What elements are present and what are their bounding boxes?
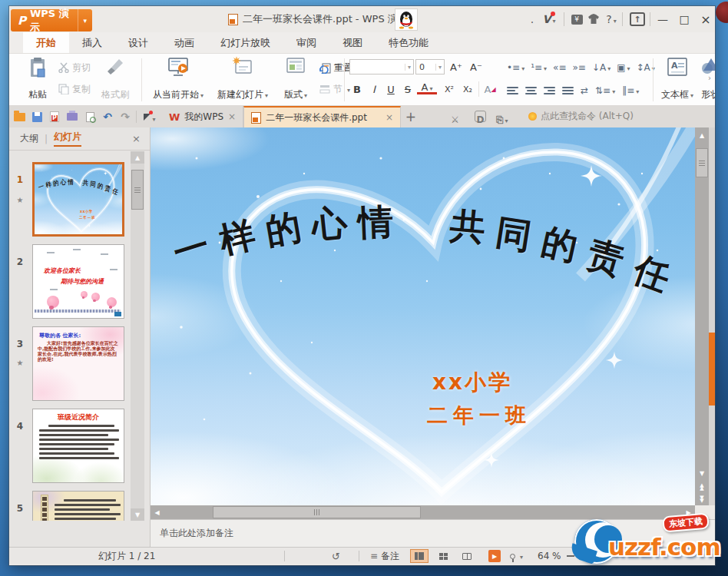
align-left-icon[interactable] [507, 87, 518, 94]
close-tab-icon[interactable] [386, 112, 393, 123]
slide-thumbnail-1[interactable]: 一样的心情共同的责任 xx小学 二年一班 [32, 162, 124, 237]
wps-menu-button[interactable]: P WPS 演示 [11, 9, 92, 31]
minimize-button[interactable]: — [653, 6, 673, 32]
zoom-slider[interactable] [584, 555, 627, 557]
scroll-up-button[interactable] [131, 151, 144, 164]
paste-button[interactable]: 粘贴 [20, 57, 55, 101]
notes-toggle[interactable]: 备注 [370, 548, 399, 564]
superscript-button[interactable]: X² [442, 81, 457, 97]
slide-canvas[interactable]: 一样的心情共同的责任 xx小学 二年一班 [151, 127, 695, 505]
customize-toolbar-button[interactable] [142, 109, 157, 124]
history-icon[interactable] [332, 548, 340, 564]
slide-thumbnail-2[interactable]: 欢迎各位家长 期待与您的沟通 [32, 244, 124, 319]
slide-thumbnail-5[interactable] [32, 491, 124, 521]
layout-button[interactable]: 版式 [276, 57, 315, 101]
pointer-tool-button[interactable] [510, 548, 523, 564]
horizontal-scroll-thumb[interactable] [213, 506, 421, 518]
undo-button[interactable] [100, 109, 115, 124]
wallet-icon[interactable] [568, 6, 585, 32]
copy-button[interactable]: 复制 [58, 81, 91, 97]
justify-icon[interactable] [562, 87, 574, 94]
docer-button[interactable]: D [475, 111, 486, 122]
animation-star-icon[interactable] [11, 357, 29, 368]
open-button[interactable] [12, 109, 27, 124]
normal-view-button[interactable] [410, 549, 429, 563]
shape-button[interactable]: 形状 [699, 57, 715, 101]
find-command-box[interactable]: 点此查找命令 (Alt+Q) [528, 110, 634, 123]
notes-area[interactable]: 单击此处添加备注 [151, 519, 715, 547]
redo-button[interactable] [117, 109, 133, 124]
zoom-level[interactable]: 64 % [538, 548, 561, 564]
distribute-icon[interactable]: ⇄ [581, 85, 588, 96]
zoom-out-button[interactable] [567, 548, 574, 564]
qq-icon[interactable] [395, 8, 418, 31]
tab-home[interactable]: 开始 [23, 32, 69, 53]
textbox-button[interactable]: A 文本框 [658, 57, 697, 101]
decrease-indent-icon[interactable]: «≡ [553, 62, 566, 73]
close-button[interactable]: × [696, 6, 716, 32]
shrink-font-button[interactable]: A⁻ [468, 59, 484, 74]
align-center-icon[interactable] [525, 87, 537, 94]
tab-design[interactable]: 设计 [115, 32, 161, 53]
panel-scroll-thumb[interactable] [131, 170, 144, 210]
tab-insert[interactable]: 插入 [69, 32, 115, 53]
vip-member-button[interactable]: V [541, 6, 558, 32]
strikethrough-button[interactable]: S [400, 81, 415, 97]
format-painter-button[interactable]: 格式刷 [95, 57, 135, 101]
share-upload-button[interactable] [627, 6, 648, 32]
font-size-combobox[interactable]: 0 [415, 59, 445, 74]
bullet-list-icon[interactable]: •≡ [507, 62, 524, 73]
cut-button[interactable]: 剪切 [58, 60, 91, 75]
tab-wps-home[interactable]: W 我的WPS [162, 106, 243, 127]
skin-theme-icon[interactable] [585, 6, 602, 32]
help-button[interactable]: ? [602, 6, 620, 32]
tab-view[interactable]: 视图 [329, 32, 376, 53]
ribbon-expand-chevron[interactable]: › [708, 74, 711, 82]
text-frame-icon[interactable]: ▣ [617, 62, 630, 73]
next-slide-button[interactable] [695, 493, 709, 506]
scroll-down-button[interactable] [131, 508, 144, 521]
maximize-button[interactable]: □ [674, 6, 694, 32]
paragraph-spacing-icon[interactable]: ⇅≡ [595, 85, 615, 96]
slides-tab[interactable]: 幻灯片 [54, 131, 81, 147]
font-color-button[interactable]: A [417, 81, 437, 94]
previous-slide-button[interactable] [695, 481, 709, 494]
vertical-scroll-thumb[interactable] [696, 148, 708, 177]
play-from-current-button[interactable]: 从当前开始 [147, 57, 209, 101]
grow-font-button[interactable]: A⁺ [448, 59, 464, 74]
reading-view-button[interactable] [458, 549, 476, 563]
underline-button[interactable]: U [383, 81, 399, 97]
print-preview-button[interactable] [82, 109, 98, 124]
italic-button[interactable]: I [366, 81, 382, 97]
play-slideshow-button[interactable] [488, 548, 501, 564]
numbered-list-icon[interactable]: ¹≡ [531, 62, 547, 73]
save-button[interactable] [29, 109, 45, 124]
scroll-up-button[interactable] [695, 129, 709, 142]
font-name-combobox[interactable] [349, 59, 414, 74]
export-pdf-button[interactable] [47, 109, 62, 124]
reset-button[interactable]: 重置 [319, 60, 352, 75]
clear-format-button[interactable]: A◢ [482, 81, 498, 97]
tab-special-features[interactable]: 特色功能 [376, 32, 442, 53]
scroll-right-button[interactable] [682, 505, 695, 519]
tab-slideshow[interactable]: 幻灯片放映 [207, 32, 283, 53]
new-tab-button[interactable] [403, 109, 419, 124]
tab-review[interactable]: 审阅 [283, 32, 329, 53]
increase-indent-icon[interactable]: »≡ [572, 62, 585, 73]
ink-tool-icon[interactable]: ⚔ [451, 111, 459, 126]
columns-icon[interactable]: ‖≡ [622, 85, 639, 96]
close-tab-icon[interactable] [228, 111, 236, 122]
bold-button[interactable]: B [349, 81, 365, 97]
slide-sorter-view-button[interactable] [434, 549, 452, 563]
close-panel-icon[interactable] [132, 133, 141, 144]
slide-thumbnail-4[interactable]: 班级近况简介 [32, 409, 124, 483]
outline-tab[interactable]: 大纲 [20, 132, 38, 145]
paste-options-icon[interactable]: ⎘ [496, 111, 508, 126]
section-button[interactable]: 节 [319, 81, 350, 97]
scroll-left-button[interactable] [151, 505, 164, 519]
print-button[interactable] [65, 109, 80, 124]
animation-star-icon[interactable] [11, 194, 29, 205]
text-direction-icon[interactable]: ↓A [592, 62, 611, 73]
scroll-down-button[interactable] [695, 467, 709, 480]
tab-document[interactable]: 二年一班家长会课件.ppt [243, 106, 401, 127]
